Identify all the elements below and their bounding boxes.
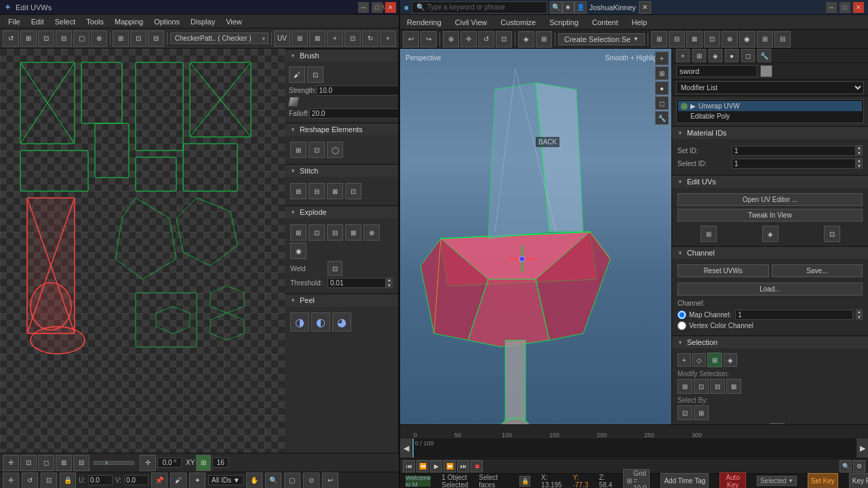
- save-uvws-btn[interactable]: Save...: [772, 264, 863, 277]
- uv-select-icon[interactable]: ▢: [284, 472, 300, 489]
- reshape-3[interactable]: ◯: [327, 142, 343, 158]
- edit-uv-icon-3[interactable]: ⊡: [824, 226, 840, 242]
- modifier-list-dropdown[interactable]: Modifier List: [676, 81, 864, 94]
- threshold-down[interactable]: ▼: [386, 283, 393, 288]
- maximize-button[interactable]: □: [372, 2, 382, 13]
- modify-tab[interactable]: ⊞: [692, 49, 706, 62]
- uv-tool-2[interactable]: ⊞: [20, 30, 37, 47]
- uv-undo-icon[interactable]: ↩: [322, 472, 338, 489]
- uv-btn-e[interactable]: ⊡: [344, 30, 361, 47]
- stitch-1[interactable]: ⊞: [290, 183, 307, 199]
- minimize-button[interactable]: ─: [358, 2, 369, 13]
- explode-2[interactable]: ⊡: [309, 224, 325, 241]
- stitch-4[interactable]: ⊡: [345, 183, 361, 199]
- edit-uv-icon-1[interactable]: ⊞: [701, 226, 717, 242]
- uv-move-icon[interactable]: ✛: [3, 472, 19, 489]
- brush-header[interactable]: Brush: [285, 49, 398, 62]
- timeline-tracks[interactable]: ◀ 0 / 100 ▶: [400, 439, 868, 458]
- map-ch-up[interactable]: ▲: [856, 309, 863, 314]
- edit-uv-icon-2[interactable]: ◈: [762, 226, 778, 242]
- scale-btn[interactable]: ⊡: [496, 31, 512, 47]
- uv-wand-icon[interactable]: ✦: [189, 472, 205, 489]
- menu-tools[interactable]: Tools: [81, 18, 109, 26]
- uv-bottom-1[interactable]: ✛: [3, 455, 19, 471]
- menu-select[interactable]: Select: [50, 18, 81, 26]
- selected-dropdown[interactable]: Selected ▼: [757, 476, 797, 486]
- close-search-btn[interactable]: ✕: [639, 1, 651, 14]
- threshold-up[interactable]: ▲: [386, 277, 393, 283]
- select-id-down[interactable]: ▼: [856, 163, 863, 169]
- tb-8[interactable]: ⊟: [774, 31, 791, 47]
- timeline-left-arrow[interactable]: ◀: [400, 439, 412, 458]
- uv-tool-4[interactable]: ⊟: [56, 30, 72, 47]
- tb-7[interactable]: ⊞: [757, 31, 773, 47]
- vp-nav-5[interactable]: 🔧: [655, 111, 669, 125]
- selection-header[interactable]: Selection: [672, 336, 868, 348]
- menu-customize[interactable]: Customize: [494, 17, 542, 28]
- bookmark-btn[interactable]: ★: [562, 1, 574, 14]
- vertex-color-radio[interactable]: [677, 321, 686, 330]
- set-id-up[interactable]: ▲: [856, 145, 863, 150]
- pb-play[interactable]: ▶: [430, 460, 442, 472]
- display-tab[interactable]: ◻: [741, 49, 755, 62]
- uv-search-icon[interactable]: 🔍: [265, 472, 281, 489]
- channel-header[interactable]: Channel: [672, 247, 868, 259]
- undo-btn[interactable]: ↩: [403, 31, 419, 47]
- reshape-1[interactable]: ⊞: [290, 142, 307, 158]
- tb-3[interactable]: ⊠: [686, 31, 703, 47]
- add-time-btn[interactable]: Add Time Tag: [660, 473, 709, 489]
- uv-btn-g[interactable]: +: [380, 30, 396, 47]
- tb-1[interactable]: ⊞: [651, 31, 667, 47]
- menu-display[interactable]: Display: [185, 18, 220, 26]
- strength-input[interactable]: [317, 85, 399, 96]
- menu-view[interactable]: View: [220, 18, 248, 26]
- uv-lasso-icon[interactable]: ⊙: [303, 472, 319, 489]
- uv-bottom-5[interactable]: ⊟: [73, 455, 90, 471]
- explode-5[interactable]: ⊕: [363, 224, 380, 241]
- vp-nav-4[interactable]: ◻: [655, 96, 669, 110]
- threshold-input[interactable]: [328, 278, 386, 288]
- uv-tool-8[interactable]: ⊡: [130, 30, 146, 47]
- uv-btn-b[interactable]: ⊞: [292, 30, 308, 47]
- ref-coord-btn[interactable]: ◈: [518, 31, 534, 47]
- menu-file[interactable]: File: [3, 18, 26, 26]
- reset-uvws-btn[interactable]: Reset UVWs: [677, 264, 769, 277]
- uv-bottom-2[interactable]: ⊡: [20, 455, 37, 471]
- right-maximize[interactable]: □: [840, 2, 850, 13]
- uv-rotate-icon[interactable]: ↺: [22, 472, 38, 489]
- utility-tab[interactable]: 🔧: [757, 49, 771, 62]
- mod-sel-2[interactable]: ⊡: [694, 379, 709, 394]
- edit-uvs-header[interactable]: Edit UVs: [672, 176, 868, 188]
- object-name-input[interactable]: [676, 65, 757, 77]
- uv-btn-a[interactable]: UV: [274, 30, 290, 47]
- create-selection-btn[interactable]: Create Selection Se ▼: [558, 33, 645, 45]
- select-btn[interactable]: ⊕: [443, 31, 459, 47]
- pb-stop[interactable]: ⏩: [443, 460, 456, 472]
- right-minimize[interactable]: ─: [826, 2, 837, 13]
- menu-content[interactable]: Content: [585, 17, 625, 28]
- texture-dropdown[interactable]: CheckerPatt.. ( Checker ): [170, 33, 269, 44]
- user-btn[interactable]: 👤: [574, 1, 587, 14]
- uv-scale-icon[interactable]: ⊡: [41, 472, 57, 489]
- search-bar[interactable]: 🔍 Type a keyword or phrase: [412, 1, 547, 14]
- pb-prev[interactable]: ⏪: [416, 460, 429, 472]
- peel-2[interactable]: ◐: [311, 312, 330, 331]
- brush-cube[interactable]: ⊡: [307, 66, 323, 83]
- move-btn[interactable]: ✛: [460, 31, 477, 47]
- redo-btn[interactable]: ↪: [420, 31, 437, 47]
- reshape-2[interactable]: ⊡: [309, 142, 325, 158]
- mod-sel-4[interactable]: ⊠: [726, 379, 741, 394]
- uv-btn-d[interactable]: +: [327, 30, 343, 47]
- tb-5[interactable]: ⊕: [722, 31, 738, 47]
- set-key-btn[interactable]: Set Key: [808, 473, 838, 489]
- load-uvws-btn[interactable]: Load...: [677, 283, 863, 296]
- map-channel-input[interactable]: [735, 310, 853, 320]
- tb-4[interactable]: ⊡: [704, 31, 720, 47]
- brush-paint[interactable]: 🖌: [289, 66, 305, 83]
- rotate-btn[interactable]: ↺: [478, 31, 494, 47]
- key-filters-btn[interactable]: Key Filters...: [849, 473, 868, 489]
- pb-search[interactable]: 🔍: [840, 460, 852, 472]
- tweak-in-view-btn[interactable]: Tweak In View: [677, 209, 863, 222]
- uv-btn-c[interactable]: ⊠: [309, 30, 326, 47]
- stitch-2[interactable]: ⊟: [309, 183, 325, 199]
